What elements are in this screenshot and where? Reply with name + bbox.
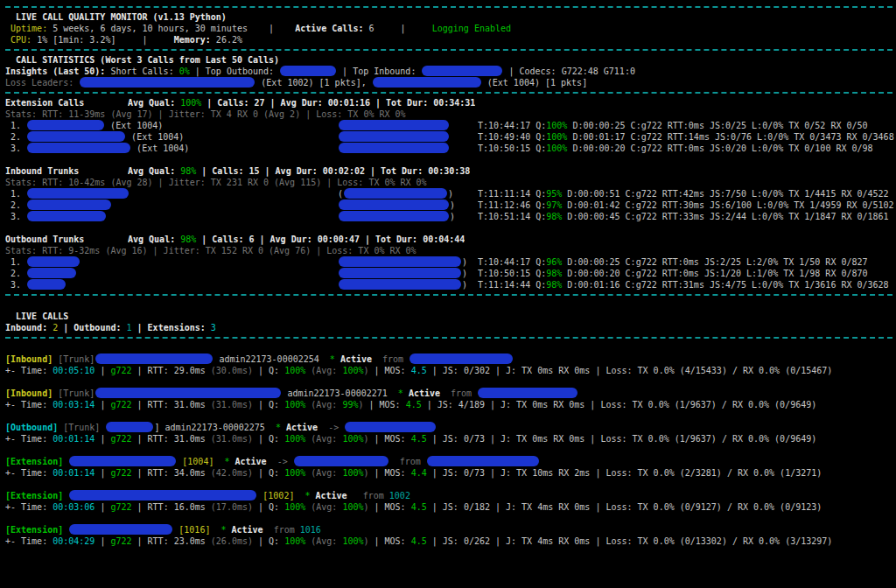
gap [5, 376, 892, 388]
redacted-text [69, 456, 176, 466]
text-segment: 98% [180, 234, 196, 244]
text-segment: 3. [5, 144, 26, 153]
text-segment: | Top Outbound: [190, 66, 279, 76]
text-segment: 1% [1min: 3.2%] [32, 35, 142, 45]
column-cell: 1. [5, 256, 338, 268]
redacted-text [27, 188, 129, 199]
text-segment [406, 24, 432, 33]
text-segment: T:10:49:40 Q: [478, 132, 546, 142]
live-calls-counts: Inbound: 2 | Outbound: 1 | Extensions: 3 [5, 322, 892, 333]
gap [5, 342, 892, 354]
inbound-trunks-header: Inbound TrunksAvg Qual: 98% | Calls: 15 … [5, 165, 892, 177]
text-segment: (Avg: [305, 502, 342, 512]
gap [5, 444, 892, 456]
redacted-text [339, 131, 449, 142]
text-segment: ) [450, 212, 455, 221]
redacted-text [106, 422, 153, 432]
text-segment: | Q: [253, 434, 284, 444]
text-segment: | MOS: [369, 468, 411, 478]
text-segment: 100% [342, 502, 363, 512]
column-cell [338, 131, 478, 143]
text-segment: Extension Calls [5, 98, 84, 108]
text-segment: 4.4 [411, 468, 427, 478]
outbound-trunks-header: Outbound TrunksAvg Qual: 98% | Calls: 6 … [5, 234, 892, 245]
column-cell: Avg Qual: 98% | Calls: 15 | Avg Dur: 00:… [128, 165, 470, 177]
column-cell: Avg Qual: 100% | Calls: 27 | Avg Dur: 00… [128, 97, 475, 108]
text-segment: from [382, 354, 409, 364]
text-segment: [Outbound] [5, 423, 58, 432]
text-segment: | Calls: 6 | Avg Dur: 00:00:47 | Tot Dur… [196, 234, 465, 244]
text-segment: [1002] [262, 491, 294, 500]
text-segment: ) [450, 200, 455, 210]
text-segment: 1. [5, 121, 26, 130]
text-segment: T:10:50:15 Q: [478, 269, 546, 278]
text-segment: 00:03:14 [52, 400, 94, 410]
gap [5, 154, 892, 165]
text-segment: 100% [342, 468, 363, 478]
text-segment: Active [335, 354, 382, 364]
text-segment: -> [328, 423, 344, 432]
redacted-text [422, 66, 502, 76]
text-segment: D:00:00:25 C:g722 RTT:0ms JS:0/25 L:0/0%… [567, 121, 867, 130]
outbound-row-1: 1. )T:10:44:17 Q:96% D:00:00:25 C:g722 R… [5, 256, 892, 268]
text-segment: 98% [546, 280, 562, 290]
text-segment: Active [230, 457, 277, 466]
column-cell: ) [338, 279, 478, 290]
gap [5, 299, 892, 311]
text-segment: from [451, 388, 477, 398]
text-segment: T:11:11:14 Q: [478, 189, 546, 199]
outbound-row-3: 3. )T:11:14:44 Q:98% D:00:01:16 C:g722 R… [5, 279, 892, 290]
text-segment: (17.0ms) [211, 502, 253, 512]
column-cell: 2. [5, 200, 338, 211]
text-segment: (26.0ms) [211, 536, 253, 546]
text-segment: | Top Inbound: [337, 66, 421, 76]
text-segment: | [132, 323, 148, 332]
text-segment: | RTT: 31.0ms [132, 434, 211, 444]
text-segment: | JS: 0/73 | J: TX 0ms RX 0ms | Loss: TX… [427, 434, 817, 444]
text-segment: | MOS: [363, 400, 405, 410]
column-cell: ) [338, 200, 478, 211]
text-segment: T:11:12:46 Q: [478, 200, 546, 210]
text-segment [214, 457, 224, 466]
text-segment: | JS: 4/189 | J: TX 0ms RX 0ms | Loss: T… [422, 400, 817, 410]
text-segment: [1016] [178, 525, 210, 535]
text-segment: [Trunk] [63, 423, 100, 432]
text-segment: Extensions: [148, 323, 211, 332]
column-cell: T:11:12:46 Q:97% D:00:01:42 C:g722 RTT:3… [478, 200, 894, 211]
redacted-text [427, 456, 539, 466]
text-segment: | [58, 323, 74, 332]
text-segment: D:00:00:25 C:g722 RTT:0ms JS:2/25 L:2/0%… [562, 257, 867, 267]
text-segment [210, 525, 220, 535]
text-segment: (Ext 1002) [1 pkts], [256, 78, 371, 88]
column-cell: T:11:11:14 Q:95% D:00:00:51 C:g722 RTT:4… [478, 188, 889, 200]
text-segment: 0% [179, 66, 190, 76]
text-segment: 2. [5, 200, 26, 210]
app-title-line: LIVE CALL QUALITY MONITOR (v1.13 Python) [5, 11, 892, 23]
text-segment: Memory: [174, 35, 211, 45]
text-segment: +- Time: [5, 400, 52, 410]
text-segment: 1002 [389, 491, 410, 500]
insights-line: Insights (Last 50): Short Calls: 0% | To… [5, 66, 892, 77]
column-cell: T:10:44:17 Q:96% D:00:00:25 C:g722 RTT:0… [478, 256, 868, 268]
call-1-info: [Inbound] [Trunk] admin22173-00002254 * … [5, 354, 892, 365]
text-segment: 100% [342, 536, 363, 546]
text-segment: 100% [284, 536, 305, 546]
text-segment: 3. [5, 280, 26, 290]
column-cell: ) [338, 256, 478, 268]
text-segment: 2. [5, 269, 26, 278]
text-segment: 00:05:10 [52, 366, 94, 375]
text-segment [389, 457, 400, 466]
column-cell: 2. [5, 268, 338, 279]
inbound-row-2: 2. )T:11:12:46 Q:97% D:00:01:42 C:g722 R… [5, 200, 892, 211]
text-segment: -> [277, 457, 293, 466]
text-segment: D:00:01:17 C:g722 RTT:14ms JS:0/76 L:0/0… [567, 132, 893, 142]
redacted-text [339, 268, 461, 278]
text-segment: Active [227, 525, 274, 535]
column-cell: () [338, 188, 478, 200]
text-segment: 100% [546, 121, 567, 130]
text-segment: [Trunk] [58, 354, 94, 364]
redacted-text [69, 490, 256, 500]
text-segment: | JS: 0/302 | J: TX 0ms RX 0ms | Loss: T… [427, 366, 833, 375]
text-segment: | [94, 536, 110, 546]
text-segment: g722 [110, 468, 131, 478]
